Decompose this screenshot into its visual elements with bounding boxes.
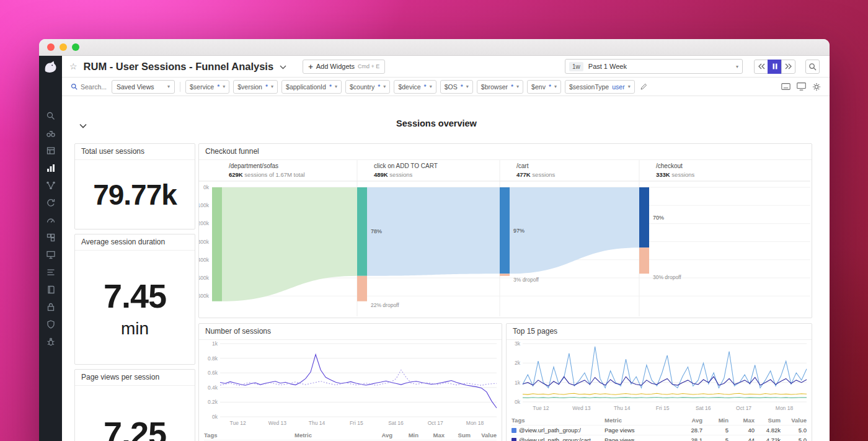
dashboard-canvas: Sessions overview Total user sessions 79… [62, 96, 830, 441]
pause-live-button[interactable] [768, 60, 782, 74]
saved-views-dropdown[interactable]: Saved Views ▾ [112, 80, 175, 94]
svg-text:200k: 200k [199, 220, 210, 226]
svg-text:100k: 100k [199, 202, 210, 208]
sidebar-compliance-icon[interactable] [46, 319, 56, 329]
series-color-swatch [512, 428, 516, 433]
sidebar-rum-icon[interactable] [46, 250, 56, 260]
sidebar-search-icon[interactable] [46, 111, 56, 121]
widget-title: Page views per session [75, 370, 195, 386]
svg-text:22% dropoff: 22% dropoff [371, 302, 399, 308]
variable-label: $country [350, 83, 374, 91]
series-tag: @view.url_path_group:/cart [519, 437, 591, 441]
settings-gear-icon[interactable] [812, 82, 821, 91]
time-forward-button[interactable] [781, 60, 795, 74]
widget-number-of-sessions: Number of sessions 0k0.2k0.4k0.6k0.8k1kT… [198, 323, 502, 441]
datadog-logo[interactable] [42, 59, 60, 75]
edit-variables-pencil-icon[interactable] [640, 82, 648, 91]
series-stat: 5 [702, 437, 728, 441]
filter-bar-right-icons [781, 82, 821, 91]
sidebar-watchdog-icon[interactable] [46, 128, 56, 138]
close-window-button[interactable] [47, 43, 55, 51]
chevron-down-icon: ▾ [271, 84, 273, 89]
svg-text:0k: 0k [203, 184, 210, 190]
svg-text:2k: 2k [515, 360, 521, 366]
sidebar-notebooks-icon[interactable] [46, 285, 56, 295]
saved-views-label: Saved Views [117, 83, 154, 91]
svg-text:0.2k: 0.2k [208, 399, 218, 405]
widget-title: Average session duration [75, 234, 195, 251]
svg-text:/cart: /cart [516, 163, 529, 169]
sidebar-security-icon[interactable] [46, 302, 56, 312]
series-color-swatch [512, 438, 516, 441]
svg-text:500k: 500k [199, 275, 210, 281]
sidebar-bug-icon[interactable] [46, 337, 56, 347]
sidebar-monitors-icon[interactable] [46, 215, 56, 225]
variable-value: * [378, 83, 380, 91]
template-variable-browser[interactable]: $browser*▾ [477, 80, 523, 94]
legend-table-header: TagsMetricAvgMinMaxSumValue [512, 416, 807, 425]
maximize-window-button[interactable] [72, 43, 79, 51]
widget-title: Number of sessions [199, 324, 502, 340]
window-titlebar[interactable] [39, 39, 830, 56]
sidebar-integrations-icon[interactable] [46, 233, 56, 243]
variable-label: $env [531, 83, 546, 91]
svg-text:477K sessions: 477K sessions [516, 171, 556, 178]
section-title: Sessions overview [62, 118, 811, 128]
legend-table-row[interactable]: @view.url_path_group:/cartPage views28.1… [512, 435, 807, 441]
variable-value: * [329, 83, 332, 91]
series-stat: 4.72k [755, 437, 781, 441]
svg-text:Tue 12: Tue 12 [230, 420, 246, 426]
svg-text:70%: 70% [653, 215, 664, 221]
favorite-star-icon[interactable]: ☆ [69, 61, 78, 71]
svg-text:Oct 17: Oct 17 [428, 420, 443, 426]
time-backward-button[interactable] [754, 60, 768, 74]
add-widgets-button[interactable]: + Add Widgets Cmd + E [303, 60, 385, 74]
svg-text:600k: 600k [199, 293, 210, 299]
sidebar-logs-icon[interactable] [46, 267, 56, 277]
series-metric: Page views [604, 437, 676, 441]
template-variable-service[interactable]: $service*▾ [185, 80, 229, 94]
minimize-window-button[interactable] [60, 43, 67, 51]
sidebar-apm-icon[interactable] [46, 180, 56, 190]
title-dropdown-chevron-icon[interactable] [280, 61, 286, 72]
svg-text:1k: 1k [515, 380, 521, 386]
sidebar-ci-icon[interactable] [46, 198, 56, 208]
svg-text:/department/sofas: /department/sofas [229, 163, 278, 169]
widget-title: Top 15 pages [507, 324, 812, 340]
template-variable-device[interactable]: $device*▾ [394, 80, 436, 94]
widget-average-session-duration: Average session duration 7.45 min [74, 234, 195, 365]
template-variable-env[interactable]: $env*▾ [527, 80, 561, 94]
template-variable-OS[interactable]: $OS*▾ [440, 80, 473, 94]
sessions-timeseries-chart[interactable]: 0k0.2k0.4k0.6k0.8k1kTue 12Wed 13Thu 14Fr… [199, 340, 502, 430]
search-dashboard-button[interactable] [805, 60, 820, 74]
legend-table-row[interactable]: @view.url_path_group:/Page views28.75404… [512, 425, 807, 435]
series-stat: 5.0 [781, 427, 807, 434]
svg-text:Oct 17: Oct 17 [736, 405, 751, 411]
top-pages-timeseries-chart[interactable]: 0k1k2k3kTue 12Wed 13Thu 14Fri 15Sat 16Oc… [507, 340, 812, 416]
variable-value: * [461, 83, 463, 91]
add-widgets-label: Add Widgets [316, 63, 355, 70]
checkout-funnel-chart[interactable]: 0k100k200k300k400k500k600k/department/so… [199, 160, 812, 318]
tv-mode-icon[interactable] [797, 82, 806, 91]
template-variable-version[interactable]: $version*▾ [233, 80, 278, 94]
variable-label: $OS [445, 83, 458, 91]
divider [180, 82, 180, 92]
widget-total-user-sessions: Total user sessions 79.77k [74, 143, 195, 229]
search-icon [71, 83, 78, 90]
sidebar-nav [46, 111, 56, 347]
svg-text:Sat 16: Sat 16 [696, 405, 711, 411]
template-variable-country[interactable]: $country*▾ [345, 80, 390, 94]
svg-text:0.6k: 0.6k [208, 370, 218, 376]
template-variable-sessionType[interactable]: $sessionTypeuser▾ [565, 80, 635, 94]
keyboard-shortcuts-icon[interactable] [781, 83, 790, 90]
series-stat: 44 [728, 437, 755, 441]
add-widgets-shortcut: Cmd + E [358, 63, 379, 69]
template-variable-applicationId[interactable]: $applicationId*▾ [281, 80, 342, 94]
filter-search-input[interactable]: Search... [71, 83, 107, 91]
sidebar-metrics-icon[interactable] [46, 163, 56, 173]
time-range-label: Past 1 Week [588, 63, 731, 70]
series-stat: 5.0 [781, 437, 807, 441]
time-range-picker[interactable]: 1w Past 1 Week ▾ [565, 59, 743, 74]
chevron-down-icon: ▾ [167, 84, 170, 89]
sidebar-dashboards-icon[interactable] [46, 146, 56, 156]
